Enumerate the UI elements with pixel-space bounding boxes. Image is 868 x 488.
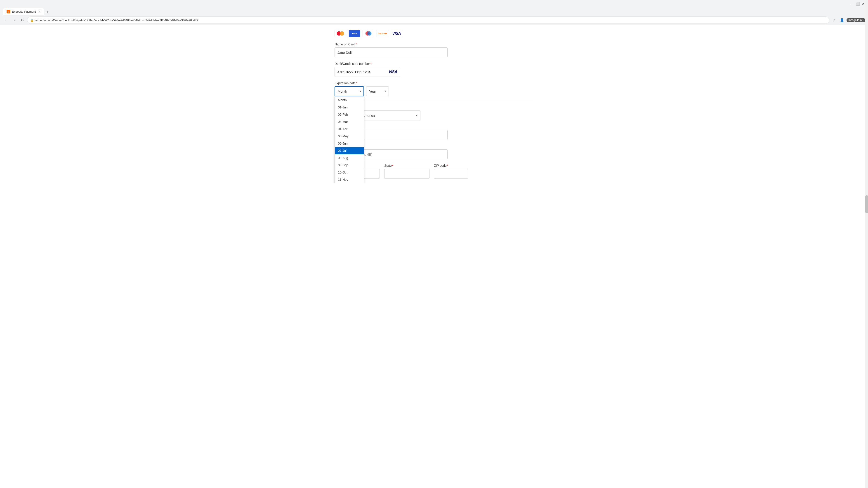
address-bar-row: ← → ↻ 🔒 expedia.com/CruiseCheckout?tripi…	[0, 15, 868, 25]
year-select-wrapper: Year ▼	[366, 86, 389, 96]
card-number-input[interactable]	[338, 70, 389, 74]
month-option-04[interactable]: 04-Apr	[335, 125, 364, 133]
tab-bar: E Expedia: Payment ✕ +	[0, 8, 868, 15]
state-input[interactable]	[384, 169, 430, 179]
month-option-default[interactable]: Month	[335, 96, 364, 104]
discover-icon: DISCOVER	[377, 30, 388, 37]
address-bar-actions: ☆ 👤 Incognito (2)	[831, 17, 865, 23]
active-tab[interactable]: E Expedia: Payment ✕	[3, 8, 44, 15]
year-select[interactable]: Year	[366, 86, 389, 96]
name-on-card-label: Name on Card*	[335, 42, 533, 46]
month-option-10[interactable]: 10-Oct	[335, 169, 364, 176]
tab-close-icon[interactable]: ✕	[38, 10, 40, 13]
tab-favicon: E	[6, 10, 10, 13]
card-number-group: Debit/Credit card number* VISA	[335, 62, 533, 77]
browser-chrome: ─ ⬜ ✕ E Expedia: Payment ✕ + ← → ↻ 🔒 exp…	[0, 0, 868, 25]
amex-icon: AMEX	[348, 30, 360, 37]
zip-label: ZIP code*	[434, 164, 468, 167]
card-number-field[interactable]: VISA	[335, 67, 400, 77]
month-dropdown-list: Month 01-Jan 02-Feb 03-Mar 04-Apr 05-May…	[335, 96, 364, 183]
name-on-card-input[interactable]	[335, 47, 447, 57]
month-option-11[interactable]: 11-Nov	[335, 176, 364, 183]
maximize-button[interactable]: ⬜	[856, 2, 860, 6]
bookmark-button[interactable]: ☆	[831, 17, 837, 23]
month-option-07[interactable]: 07-Jul	[335, 147, 364, 154]
visa-icon: VISA	[391, 30, 402, 37]
month-option-05[interactable]: 05-May	[335, 133, 364, 140]
new-tab-button[interactable]: +	[44, 9, 51, 15]
back-button[interactable]: ←	[3, 17, 9, 23]
title-bar: ─ ⬜ ✕	[0, 0, 868, 8]
incognito-badge: Incognito (2)	[846, 18, 865, 22]
window-controls: ─ ⬜ ✕	[850, 2, 865, 6]
scrollbar-track	[865, 0, 868, 183]
month-select[interactable]: Month	[335, 86, 364, 96]
billing-country-group: Billing country* United States of Americ…	[335, 105, 533, 121]
expiration-date-label: Expiration date*	[335, 81, 533, 85]
card-number-label: Debit/Credit card number*	[335, 62, 533, 66]
month-option-03[interactable]: 03-Mar	[335, 118, 364, 125]
close-button[interactable]: ✕	[861, 2, 865, 6]
state-label: State*	[384, 164, 430, 167]
minimize-button[interactable]: ─	[850, 2, 855, 6]
refresh-button[interactable]: ↻	[19, 17, 25, 23]
profile-button[interactable]: 👤	[839, 17, 845, 23]
billing-address1-label: Billing address 1*	[335, 125, 533, 129]
svg-point-3	[367, 31, 371, 35]
month-option-06[interactable]: 06-Jun	[335, 140, 364, 147]
page-content: AMEX DISCOVER VISA Name on Card* Debit/C…	[326, 25, 542, 183]
url-text: expedia.com/CruiseCheckout?tripid=e17f8e…	[35, 19, 827, 22]
month-option-09[interactable]: 09-Sep	[335, 162, 364, 169]
state-field: State*	[384, 164, 430, 179]
address-bar[interactable]: 🔒 expedia.com/CruiseCheckout?tripid=e17f…	[27, 17, 829, 24]
card-icons-row: AMEX DISCOVER VISA	[335, 30, 533, 37]
bankcard-icon	[363, 30, 374, 37]
month-option-01[interactable]: 01-Jan	[335, 104, 364, 111]
section-divider	[335, 101, 533, 101]
mastercard-icon	[335, 30, 346, 37]
billing-address1-group: Billing address 1*	[335, 125, 533, 140]
name-on-card-group: Name on Card*	[335, 42, 533, 57]
tab-title: Expedia: Payment	[12, 10, 36, 13]
visa-inline-logo: VISA	[389, 70, 397, 74]
billing-address2-label: Billing address 2	[335, 144, 533, 148]
month-select-wrapper: Month ▼ Month 01-Jan 02-Feb 03-Mar 04-Ap…	[335, 86, 364, 96]
billing-address2-group: Billing address 2	[335, 144, 533, 159]
zip-input[interactable]	[434, 169, 468, 179]
billing-country-label: Billing country*	[335, 105, 533, 109]
forward-button[interactable]: →	[11, 17, 17, 23]
zip-field: ZIP code*	[434, 164, 468, 179]
svg-point-1	[340, 31, 344, 35]
city-state-zip-row: City* State* ZIP code*	[335, 164, 533, 179]
expiration-row: Month ▼ Month 01-Jan 02-Feb 03-Mar 04-Ap…	[335, 86, 533, 96]
month-option-02[interactable]: 02-Feb	[335, 111, 364, 118]
month-option-08[interactable]: 08-Aug	[335, 154, 364, 162]
expiration-date-group: Expiration date* Month ▼ Month 01-Jan 02…	[335, 81, 533, 96]
